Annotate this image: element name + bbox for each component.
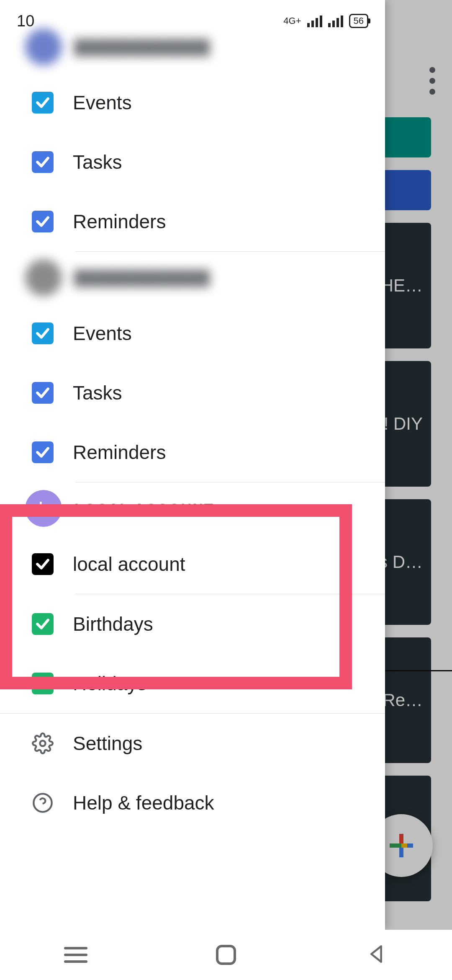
account-avatar <box>25 259 62 296</box>
calendar-toggle-holidays[interactable]: Holidays <box>0 654 385 713</box>
calendar-toggle-reminders[interactable]: Reminders <box>0 192 385 251</box>
calendar-label: Events <box>73 91 132 114</box>
avatar-letter: L <box>39 498 49 519</box>
checkbox-icon <box>32 151 54 173</box>
calendar-label: local account <box>73 553 185 575</box>
calendar-toggle-local-account[interactable]: local account <box>0 534 385 594</box>
account-title: LOCAL ACCOUNT <box>74 500 214 517</box>
checkbox-icon <box>32 382 54 404</box>
calendar-label: Events <box>73 322 132 345</box>
account-header-local[interactable]: L LOCAL ACCOUNT <box>0 482 385 534</box>
recents-button[interactable] <box>64 947 87 963</box>
checkbox-icon <box>32 211 54 232</box>
calendar-label: Reminders <box>73 210 166 233</box>
checkbox-icon <box>32 322 54 344</box>
checkbox-icon <box>32 613 54 635</box>
checkbox-icon <box>32 553 54 575</box>
signal-icon <box>328 15 343 27</box>
calendar-label: Tasks <box>73 382 122 404</box>
account-avatar <box>25 28 62 65</box>
menu-label: Settings <box>73 732 142 755</box>
checkbox-icon <box>32 92 54 113</box>
account-email: ████████████ <box>74 39 211 55</box>
gear-icon <box>32 732 54 754</box>
calendar-toggle-events[interactable]: Events <box>0 304 385 363</box>
menu-item-settings[interactable]: Settings <box>0 714 385 773</box>
calendar-label: Holidays <box>73 672 146 695</box>
home-button[interactable] <box>216 945 236 965</box>
account-email: ████████████ <box>74 270 211 286</box>
back-button[interactable] <box>365 942 388 967</box>
help-icon <box>32 792 54 814</box>
calendar-toggle-tasks[interactable]: Tasks <box>0 132 385 192</box>
clock: 10 <box>17 12 34 30</box>
account-header[interactable]: ████████████ <box>0 252 385 304</box>
calendar-label: Tasks <box>73 151 122 173</box>
calendar-label: Reminders <box>73 441 166 464</box>
menu-label: Help & feedback <box>73 792 214 814</box>
account-avatar: L <box>25 490 62 527</box>
network-type: 4G+ <box>283 15 301 26</box>
calendar-toggle-events[interactable]: Events <box>0 73 385 132</box>
system-navigation-bar <box>0 930 452 980</box>
calendar-toggle-tasks[interactable]: Tasks <box>0 363 385 423</box>
menu-item-help[interactable]: Help & feedback <box>0 773 385 833</box>
battery-icon: 56 <box>349 14 368 28</box>
calendar-toggle-reminders[interactable]: Reminders <box>0 423 385 482</box>
checkbox-icon <box>32 441 54 463</box>
calendar-label: Birthdays <box>73 613 153 635</box>
navigation-drawer: 10 4G+ 56 ████████████ Events <box>0 0 385 930</box>
svg-point-0 <box>40 741 46 746</box>
signal-icon <box>307 15 322 27</box>
checkbox-icon <box>32 673 54 694</box>
status-bar: 10 4G+ 56 <box>0 8 385 34</box>
calendar-toggle-birthdays[interactable]: Birthdays <box>0 594 385 654</box>
